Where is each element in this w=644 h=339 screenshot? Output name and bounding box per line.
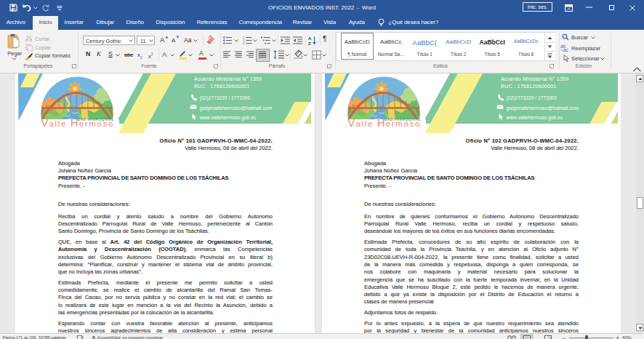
svg-text:Z: Z xyxy=(308,41,311,46)
svg-text:A: A xyxy=(308,36,312,41)
svg-text:3: 3 xyxy=(243,41,245,44)
svg-text:ac: ac xyxy=(563,47,569,52)
